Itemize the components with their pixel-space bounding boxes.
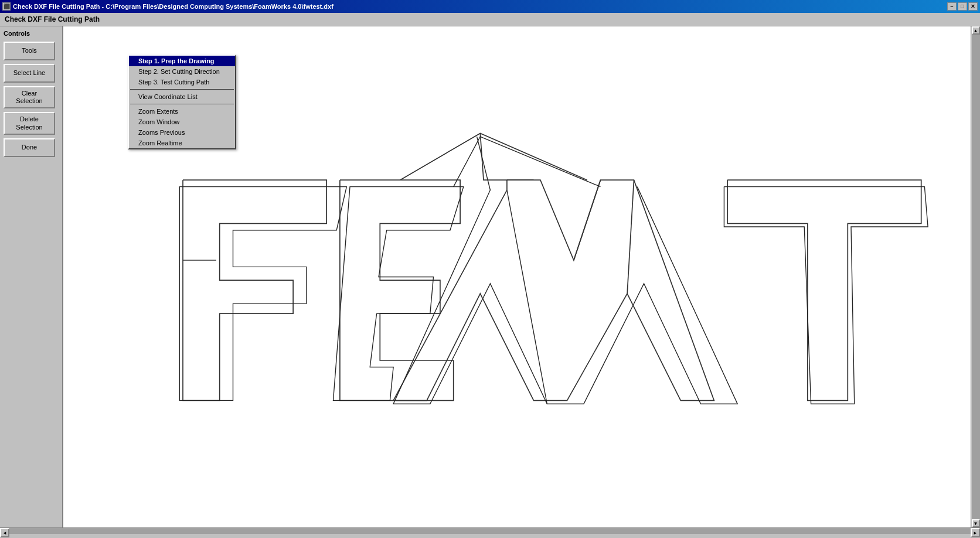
scroll-down-button[interactable]: ▼ [972, 519, 980, 527]
scroll-up-button[interactable]: ▲ [972, 26, 980, 35]
title-bar-buttons: − □ ✕ [947, 2, 978, 11]
scrollbar-right: ▲ ▼ [971, 26, 980, 527]
menu-item-zoom-extents[interactable]: Zoom Extents [129, 106, 235, 117]
svg-line-1 [627, 180, 634, 294]
clear-selection-button[interactable]: ClearSelection [4, 86, 55, 108]
header-title: Check DXF File Cutting Path [5, 15, 100, 23]
scroll-track-right[interactable] [972, 35, 980, 519]
main-content: Controls Tools Select Line ClearSelectio… [0, 26, 980, 527]
window-body: Check DXF File Cutting Path Controls Too… [0, 13, 980, 538]
maximize-button[interactable]: □ [958, 2, 967, 11]
bottom-area: ◄ ► [0, 527, 980, 538]
menu-item-view-coord[interactable]: View Coordinate List [129, 91, 235, 102]
scroll-left-button[interactable]: ◄ [0, 528, 9, 537]
sidebar-title: Controls [4, 30, 59, 37]
menu-separator-2 [130, 104, 234, 104]
menu-item-zoom-window[interactable]: Zoom Window [129, 117, 235, 127]
title-bar: ⬛ Check DXF File Cutting Path - C:\Progr… [0, 0, 980, 13]
tools-button[interactable]: Tools [4, 42, 55, 60]
menu-item-zooms-previous[interactable]: Zooms Previous [129, 127, 235, 138]
minimize-button[interactable]: − [947, 2, 957, 11]
svg-marker-3 [334, 187, 464, 401]
menu-item-step2[interactable]: Step 2. Set Cutting Direction [129, 66, 235, 77]
canvas-area: Step 1. Prep the Drawing Step 2. Set Cut… [63, 26, 971, 527]
svg-line-4 [507, 190, 547, 404]
dropdown-menu: Step 1. Prep the Drawing Step 2. Set Cut… [128, 55, 236, 149]
select-line-button[interactable]: Select Line [4, 64, 55, 83]
svg-line-0 [574, 180, 601, 260]
delete-selection-button[interactable]: DeleteSelection [4, 112, 55, 134]
menu-item-step3[interactable]: Step 3. Test Cutting Path [129, 77, 235, 87]
done-button[interactable]: Done [4, 138, 55, 157]
app-icon: ⬛ [2, 2, 11, 11]
menu-item-zoom-realtime[interactable]: Zoom Realtime [129, 138, 235, 148]
close-button[interactable]: ✕ [968, 2, 978, 11]
header-bar: Check DXF File Cutting Path [0, 13, 980, 26]
sidebar: Controls Tools Select Line ClearSelectio… [0, 26, 63, 527]
menu-item-step1[interactable]: Step 1. Prep the Drawing [129, 56, 235, 66]
title-bar-text: Check DXF File Cutting Path - C:\Program… [13, 3, 334, 10]
svg-marker-2 [179, 187, 346, 401]
menu-separator-1 [130, 89, 234, 90]
scroll-track-bottom[interactable] [9, 528, 971, 534]
scroll-right-button[interactable]: ► [971, 528, 980, 537]
